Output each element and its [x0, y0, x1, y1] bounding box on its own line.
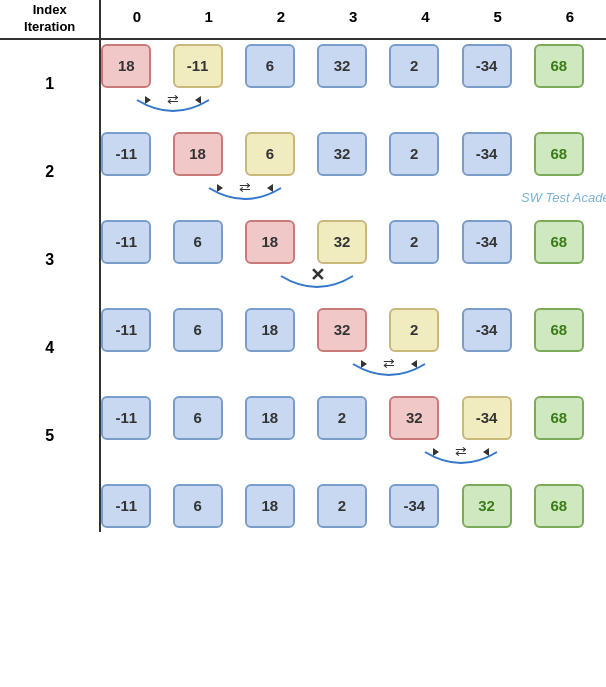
svg-marker-4 — [267, 184, 273, 192]
box-r5-c5: 32 — [462, 484, 512, 528]
index-iteration-header: Index Iteration — [0, 0, 100, 39]
cell-r4-c3: 2 — [317, 392, 389, 444]
arrow-cell-2: ✕ — [100, 268, 606, 304]
arrow-svg-1: ⇄SW Test Academy — [101, 180, 606, 216]
cell-r1-c4: 2 — [389, 128, 461, 180]
cell-r4-c4: 32 — [389, 392, 461, 444]
svg-marker-10 — [433, 448, 439, 456]
cell-r1-c3: 32 — [317, 128, 389, 180]
cell-r3-c3: 32 — [317, 304, 389, 356]
box-r1-c4: 2 — [389, 132, 439, 176]
cell-r0-c3: 32 — [317, 39, 389, 92]
cell-r3-c6: 68 — [534, 304, 606, 356]
box-r1-c0: -11 — [101, 132, 151, 176]
row-label-0: 1 — [0, 39, 100, 128]
cell-r4-c1: 6 — [173, 392, 245, 444]
cell-r3-c0: -11 — [100, 304, 172, 356]
cell-r0-c4: 2 — [389, 39, 461, 92]
box-r4-c2: 18 — [245, 396, 295, 440]
arrow-cell-3: ⇄ — [100, 356, 606, 392]
col-header-4: 4 — [389, 0, 461, 39]
box-r2-c2: 18 — [245, 220, 295, 264]
box-r5-c4: -34 — [389, 484, 439, 528]
row-label-4: 5 — [0, 392, 100, 480]
box-r5-c1: 6 — [173, 484, 223, 528]
cell-r5-c6: 68 — [534, 480, 606, 532]
col-header-3: 3 — [317, 0, 389, 39]
cell-r3-c1: 6 — [173, 304, 245, 356]
box-r4-c6: 68 — [534, 396, 584, 440]
box-r3-c4: 2 — [389, 308, 439, 352]
table-row: 4-11618322-3468 — [0, 304, 606, 356]
arrow-svg-2: ✕ — [101, 268, 606, 304]
cell-r5-c2: 18 — [245, 480, 317, 532]
table-row: 5-11618232-3468 — [0, 392, 606, 444]
box-r2-c4: 2 — [389, 220, 439, 264]
index-label: Index — [33, 2, 67, 17]
box-r0-c1: -11 — [173, 44, 223, 88]
cell-r2-c4: 2 — [389, 216, 461, 268]
row-label-1: 2 — [0, 128, 100, 216]
box-r3-c5: -34 — [462, 308, 512, 352]
cell-r0-c2: 6 — [245, 39, 317, 92]
box-r4-c3: 2 — [317, 396, 367, 440]
svg-marker-8 — [411, 360, 417, 368]
cell-r2-c3: 32 — [317, 216, 389, 268]
table-row: 3-11618322-3468 — [0, 216, 606, 268]
cell-r1-c6: 68 — [534, 128, 606, 180]
box-r2-c3: 32 — [317, 220, 367, 264]
box-r0-c0: 18 — [101, 44, 151, 88]
cell-r3-c5: -34 — [462, 304, 534, 356]
table-row: 2-11186322-3468 — [0, 128, 606, 180]
row-label-5 — [0, 480, 100, 532]
svg-text:⇄: ⇄ — [455, 444, 467, 459]
cell-r2-c5: -34 — [462, 216, 534, 268]
box-r1-c2: 6 — [245, 132, 295, 176]
cell-r2-c2: 18 — [245, 216, 317, 268]
col-header-2: 2 — [245, 0, 317, 39]
cell-r0-c5: -34 — [462, 39, 534, 92]
svg-marker-0 — [145, 96, 151, 104]
cell-r4-c5: -34 — [462, 392, 534, 444]
cell-r4-c0: -11 — [100, 392, 172, 444]
svg-marker-7 — [361, 360, 367, 368]
box-r2-c6: 68 — [534, 220, 584, 264]
box-r0-c2: 6 — [245, 44, 295, 88]
box-r4-c1: 6 — [173, 396, 223, 440]
box-r3-c2: 18 — [245, 308, 295, 352]
cell-r5-c4: -34 — [389, 480, 461, 532]
box-r5-c6: 68 — [534, 484, 584, 528]
cell-r2-c0: -11 — [100, 216, 172, 268]
box-r5-c2: 18 — [245, 484, 295, 528]
box-r3-c1: 6 — [173, 308, 223, 352]
box-r2-c0: -11 — [101, 220, 151, 264]
box-r1-c6: 68 — [534, 132, 584, 176]
cell-r3-c2: 18 — [245, 304, 317, 356]
cell-r1-c1: 18 — [173, 128, 245, 180]
arrow-svg-0: ⇄ — [101, 92, 606, 128]
table-row: -116182-343268 — [0, 480, 606, 532]
cell-r4-c6: 68 — [534, 392, 606, 444]
box-r0-c3: 32 — [317, 44, 367, 88]
svg-marker-3 — [217, 184, 223, 192]
box-r0-c4: 2 — [389, 44, 439, 88]
svg-text:⇄: ⇄ — [167, 92, 179, 107]
cell-r0-c0: 18 — [100, 39, 172, 92]
iteration-label: Iteration — [24, 19, 75, 34]
cell-r0-c6: 68 — [534, 39, 606, 92]
row-label-2: 3 — [0, 216, 100, 304]
cell-r3-c4: 2 — [389, 304, 461, 356]
cell-r4-c2: 18 — [245, 392, 317, 444]
cell-r2-c1: 6 — [173, 216, 245, 268]
box-r3-c0: -11 — [101, 308, 151, 352]
box-r1-c5: -34 — [462, 132, 512, 176]
box-r4-c5: -34 — [462, 396, 512, 440]
svg-text:⇄: ⇄ — [383, 356, 395, 371]
box-r2-c5: -34 — [462, 220, 512, 264]
row-label-3: 4 — [0, 304, 100, 392]
svg-text:✕: ✕ — [310, 268, 325, 285]
box-r3-c6: 68 — [534, 308, 584, 352]
cell-r1-c0: -11 — [100, 128, 172, 180]
box-r0-c6: 68 — [534, 44, 584, 88]
box-r2-c1: 6 — [173, 220, 223, 264]
